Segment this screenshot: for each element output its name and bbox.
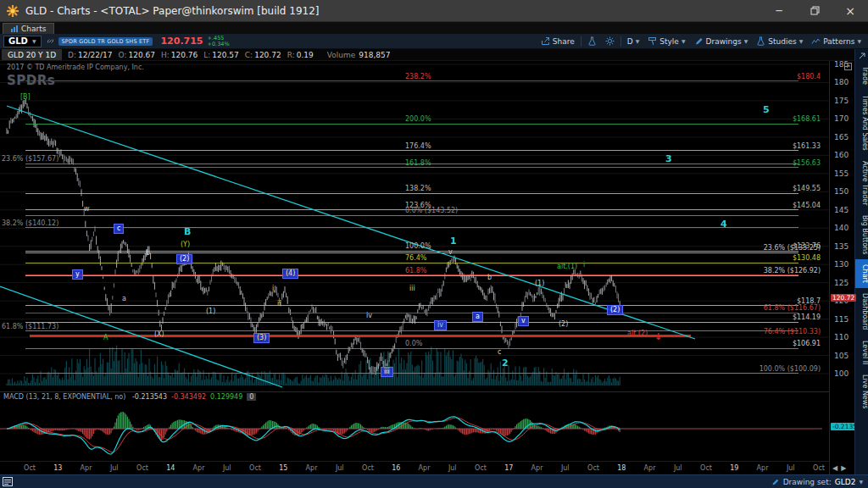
ohlc-field-value: 120.72 <box>254 51 281 59</box>
timeframe-button[interactable]: D ▼ <box>623 36 644 47</box>
macd-label: MACD (13, 21, 8, EXPONENTIAL, no) <box>3 393 125 401</box>
thinkorswim-logo-icon <box>6 4 19 18</box>
sidebar-item-times-and-sales[interactable]: Times And Sales <box>855 90 868 156</box>
sidebar-item-big-buttons[interactable]: Big Buttons <box>855 210 868 259</box>
drawing-pencil-icon <box>771 478 780 486</box>
time-axis-label: 17 <box>498 464 519 472</box>
style-button[interactable]: Style ▼ <box>643 35 689 47</box>
sidebar-expand-icon[interactable] <box>855 49 868 61</box>
restore-button[interactable] <box>797 0 832 21</box>
macd-pane[interactable]: MACD (13, 21, 8, EXPONENTIAL, no) -0.213… <box>0 391 829 461</box>
chevron-down-icon: ▼ <box>859 479 863 485</box>
ohlc-field-value: 120.76 <box>171 51 198 59</box>
separator <box>581 36 581 47</box>
price-axis-tick: 160 <box>834 151 849 159</box>
settings-button[interactable] <box>601 35 619 47</box>
time-axis-label: Jul <box>217 464 237 472</box>
close-button[interactable]: × <box>832 0 868 21</box>
sidebar-item-level-ii[interactable]: Level II <box>855 336 868 369</box>
tab-bar: Charts <box>0 22 868 34</box>
status-bar: Drawing set: GLD2 ▼ <box>0 474 868 488</box>
sidebar-item-dashboard[interactable]: Dashboard <box>855 288 868 335</box>
price-axis-tick: 115 <box>834 315 849 324</box>
time-axis-label: 19 <box>724 464 744 472</box>
scroll-right-icon[interactable]: ▶ <box>841 464 849 472</box>
link-icon[interactable] <box>46 36 55 46</box>
studies-flask-icon <box>756 36 765 46</box>
symbol-input[interactable]: GLD ▼ <box>3 36 42 47</box>
time-axis-label: 15 <box>273 464 293 472</box>
ohlc-field-label: R: <box>287 51 295 59</box>
chevron-down-icon: ▼ <box>682 38 686 44</box>
price-axis-tick: 100 <box>834 369 849 378</box>
time-axis-label: 14 <box>160 464 181 472</box>
time-axis: Oct13AprJulOct14AprJulOct15AprJulOct16Ap… <box>0 461 829 474</box>
time-axis-label: Apr <box>415 464 435 472</box>
drawings-button[interactable]: Drawings ▼ <box>690 35 753 47</box>
time-axis-label: Jul <box>104 464 125 472</box>
price-axis-tick: 135 <box>834 242 849 251</box>
chevron-down-icon: ▼ <box>744 38 748 44</box>
price-axis-tick: 125 <box>834 279 849 287</box>
pencil-icon <box>694 36 704 46</box>
time-axis-label: Jul <box>330 464 350 472</box>
time-axis-label: Oct <box>19 464 40 472</box>
separator <box>620 36 621 47</box>
drawing-set-label: Drawing set: <box>783 478 832 486</box>
time-axis-label: Apr <box>189 464 209 472</box>
tab-charts[interactable]: Charts <box>3 23 54 34</box>
chart-tab-icon <box>11 25 18 32</box>
symbol-value: GLD <box>8 36 28 46</box>
time-axis-label: Oct <box>132 464 153 472</box>
tab-charts-label: Charts <box>21 25 46 33</box>
time-axis-label: Oct <box>470 464 491 472</box>
gear-icon <box>605 36 615 46</box>
ohlc-field-label: H: <box>161 51 170 59</box>
time-axis-label: Jul <box>442 464 463 472</box>
price-axis-tick: 150 <box>834 187 849 196</box>
patterns-button[interactable]: Patterns ▼ <box>807 35 865 47</box>
window-title: GLD - Charts - <TOTAL> Paper@thinkorswim… <box>25 5 320 17</box>
panel-menu-icon[interactable] <box>3 477 13 486</box>
time-axis-label: Oct <box>809 464 829 472</box>
drawing-set-selector[interactable]: Drawing set: GLD2 ▼ <box>771 478 868 486</box>
macd-value: 0 <box>247 393 256 401</box>
price-axis-tick: 105 <box>834 352 849 360</box>
ohlc-field-value: 120.67 <box>128 51 155 59</box>
sidebar-item-active-trader[interactable]: Active Trader <box>855 156 868 210</box>
time-axis-label: Jul <box>555 464 576 472</box>
price-axis-tick: 180 <box>834 78 849 86</box>
time-axis-label: Jul <box>668 464 688 472</box>
sidebar-item-trade[interactable]: Trade <box>855 61 868 90</box>
price-axis[interactable]: 1001051101151201251301351401451501551601… <box>829 61 854 474</box>
current-price-badge: 120.72 <box>831 294 856 302</box>
chart-title[interactable]: GLD 20 Y 1D <box>2 49 62 60</box>
time-axis-label: 18 <box>611 464 632 472</box>
macd-value: 0.129949 <box>210 393 242 401</box>
drawing-set-value: GLD2 <box>835 478 856 486</box>
time-axis-label: Oct <box>583 464 604 472</box>
time-axis-label: 13 <box>47 464 68 472</box>
ohlc-field-value: 0.19 <box>297 51 314 59</box>
trendline[interactable] <box>7 106 695 339</box>
restore-icon <box>810 6 820 15</box>
minimize-button[interactable]: ─ <box>761 0 797 21</box>
share-button[interactable]: Share <box>537 35 579 47</box>
price-axis-tick: 140 <box>834 224 849 232</box>
chart-area[interactable]: 2017 © TD Ameritrade IP Company, Inc. SP… <box>0 61 829 474</box>
price-pane[interactable]: 2017 © TD Ameritrade IP Company, Inc. SP… <box>0 61 829 390</box>
timeframe-label: D <box>627 37 633 46</box>
price-axis-tick: 130 <box>834 260 849 269</box>
ohlc-readout: D:12/22/17O:120.67H:120.76L:120.57C:120.… <box>62 51 314 59</box>
scroll-left-icon[interactable]: ◀ <box>832 464 841 472</box>
onDemand-button[interactable] <box>583 35 601 47</box>
ohlc-field-label: C: <box>245 51 253 59</box>
sidebar-item-live-news[interactable]: Live News <box>855 369 868 414</box>
chevron-down-icon: ▼ <box>857 38 861 44</box>
studies-button[interactable]: Studies ▼ <box>752 35 807 47</box>
sidebar-item-chart[interactable]: Chart <box>855 259 868 288</box>
time-axis-label: Oct <box>245 464 265 472</box>
change-percent: +0.34% <box>208 42 230 47</box>
chart-header: GLD 20 Y 1D D:12/22/17O:120.67H:120.76L:… <box>0 49 854 61</box>
instrument-description-badge: SPDR GOLD TR GOLD SHS ETF <box>58 37 153 46</box>
